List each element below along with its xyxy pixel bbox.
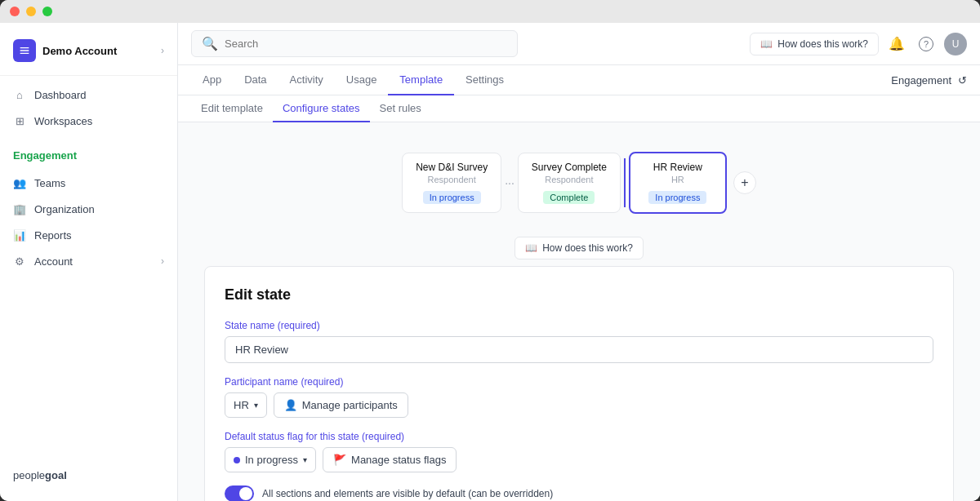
- status-dot-icon: [234, 457, 240, 463]
- edit-state-form: Edit state State name (required) Partici…: [204, 266, 954, 501]
- add-state-button[interactable]: +: [733, 171, 756, 194]
- sidebar-section-engagement[interactable]: Engagement: [13, 149, 77, 162]
- state-card-title: New D&I Survey: [416, 162, 488, 173]
- sub-tab-configure-states[interactable]: Configure states: [273, 95, 370, 122]
- tab-template[interactable]: Template: [388, 65, 454, 95]
- sidebar-item-account[interactable]: ⚙ Account ›: [7, 249, 171, 273]
- how-does-this-work-button[interactable]: 📖 How does this work?: [750, 33, 879, 55]
- account-name: Demo Account: [42, 45, 117, 57]
- state-card-survey-complete[interactable]: Survey Complete Respondent Complete: [518, 153, 621, 213]
- default-status-group: Default status flag for this state (requ…: [225, 431, 933, 472]
- settings-icon: ⚙: [13, 255, 26, 268]
- search-input[interactable]: [225, 38, 507, 50]
- sidebar-item-teams[interactable]: 👥 Teams: [7, 171, 171, 195]
- main-content: 🔍 📖 How does this work? 🔔 ? U: [178, 23, 980, 501]
- tab-settings[interactable]: Settings: [454, 65, 515, 95]
- help-button[interactable]: ?: [915, 33, 938, 55]
- notifications-button[interactable]: 🔔: [885, 33, 908, 55]
- sidebar-footer: peoplegoal: [0, 459, 177, 491]
- question-icon: ?: [919, 37, 933, 51]
- person-icon: 👤: [284, 399, 297, 411]
- toggle-knob: [239, 487, 252, 500]
- content-area: New D&I Survey Respondent In progress ··…: [178, 122, 980, 501]
- sidebar-item-label: Dashboard: [34, 89, 87, 101]
- sidebar-item-organization[interactable]: 🏢 Organization: [7, 197, 171, 221]
- sub-nav: Edit template Configure states Set rules: [178, 95, 980, 122]
- topbar-right: 📖 How does this work? 🔔 ? U: [750, 33, 967, 55]
- state-name-label: State name (required): [225, 320, 933, 331]
- state-card-title: HR Review: [644, 162, 712, 173]
- flag-icon: 🚩: [333, 454, 346, 466]
- sidebar-item-label: Account: [34, 255, 73, 268]
- maximize-button[interactable]: [42, 7, 52, 16]
- state-card-participant: Respondent: [532, 175, 607, 184]
- account-selector[interactable]: Demo Account ›: [0, 33, 177, 76]
- search-icon: 🔍: [202, 36, 218, 51]
- sidebar-item-label: Reports: [34, 229, 72, 242]
- state-card-new-di-survey[interactable]: New D&I Survey Respondent In progress: [402, 153, 501, 213]
- minimize-button[interactable]: [26, 7, 36, 16]
- state-card-title: Survey Complete: [532, 162, 607, 173]
- participant-select[interactable]: HR ▾: [225, 392, 267, 418]
- close-button[interactable]: [10, 7, 20, 16]
- search-box[interactable]: 🔍: [191, 30, 518, 57]
- sub-tab-edit-template[interactable]: Edit template: [191, 95, 273, 122]
- refresh-icon[interactable]: ↺: [958, 74, 967, 86]
- participant-name-label: Participant name (required): [225, 376, 933, 388]
- account-chevron-icon: ›: [161, 255, 164, 267]
- tab-app[interactable]: App: [191, 65, 233, 95]
- dropdown-icon: ▾: [254, 401, 258, 410]
- account-icon: [13, 39, 36, 62]
- state-card-participant: HR: [644, 175, 712, 184]
- visible-toggle-label: All sections and elements are visible by…: [262, 488, 553, 499]
- form-title: Edit state: [225, 286, 933, 304]
- sidebar-item-label: Organization: [34, 203, 95, 215]
- status-select[interactable]: In progress ▾: [225, 447, 316, 472]
- how-does-this-work-state-button[interactable]: 📖 How does this work?: [514, 237, 644, 259]
- state-name-group: State name (required): [225, 320, 933, 363]
- sidebar-item-reports[interactable]: 📊 Reports: [7, 223, 171, 247]
- titlebar: [0, 0, 980, 23]
- topbar: 🔍 📖 How does this work? 🔔 ? U: [178, 23, 980, 65]
- sub-tab-set-rules[interactable]: Set rules: [370, 95, 431, 122]
- sidebar-item-label: Teams: [34, 177, 65, 189]
- participant-row: HR ▾ 👤 Manage participants: [225, 392, 933, 418]
- default-status-label: Default status flag for this state (requ…: [225, 431, 933, 442]
- sidebar-item-workspaces[interactable]: ⊞ Workspaces: [7, 109, 171, 133]
- chart-icon: 📊: [13, 228, 26, 242]
- sidebar-logo: peoplegoal: [13, 469, 164, 481]
- sidebar: Demo Account › ⌂ Dashboard ⊞ Workspaces …: [0, 23, 178, 501]
- state-badge-inprogress: In progress: [648, 191, 706, 204]
- bell-icon: 🔔: [889, 36, 905, 51]
- status-row: In progress ▾ 🚩 Manage status flags: [225, 447, 933, 472]
- help-book-icon: 📖: [760, 38, 773, 50]
- manage-participants-button[interactable]: 👤 Manage participants: [274, 392, 408, 418]
- grid-icon: ⊞: [13, 114, 26, 127]
- sidebar-nav: ⌂ Dashboard ⊞ Workspaces Engagement 👥 Te…: [0, 82, 177, 273]
- book-icon: 📖: [525, 242, 537, 254]
- manage-status-flags-button[interactable]: 🚩 Manage status flags: [323, 447, 457, 472]
- state-flow: New D&I Survey Respondent In progress ··…: [191, 135, 967, 230]
- tab-data[interactable]: Data: [233, 65, 278, 95]
- tab-right-engagement: Engagement ↺: [891, 74, 967, 86]
- tab-nav: App Data Activity Usage Template Setting…: [178, 65, 980, 95]
- home-icon: ⌂: [13, 88, 26, 101]
- tab-activity[interactable]: Activity: [278, 65, 335, 95]
- state-badge-inprogress: In progress: [423, 191, 481, 204]
- tab-usage[interactable]: Usage: [335, 65, 389, 95]
- state-badge-complete: Complete: [543, 191, 595, 204]
- state-card-hr-review[interactable]: HR Review HR In progress: [629, 152, 727, 214]
- connector-dots-1: ···: [501, 176, 518, 189]
- sidebar-item-dashboard[interactable]: ⌂ Dashboard: [7, 82, 171, 107]
- dropdown-icon: ▾: [303, 455, 307, 464]
- participant-name-group: Participant name (required) HR ▾ 👤 Manag…: [225, 376, 933, 418]
- account-chevron-icon: ›: [161, 45, 164, 56]
- user-avatar[interactable]: U: [944, 33, 967, 55]
- building-icon: 🏢: [13, 202, 26, 215]
- active-connector: [624, 158, 626, 207]
- toggle-visible-row: All sections and elements are visible by…: [225, 485, 933, 501]
- sidebar-item-label: Workspaces: [34, 115, 92, 127]
- state-card-participant: Respondent: [416, 175, 488, 184]
- visible-toggle[interactable]: [225, 485, 254, 501]
- state-name-input[interactable]: [225, 336, 933, 363]
